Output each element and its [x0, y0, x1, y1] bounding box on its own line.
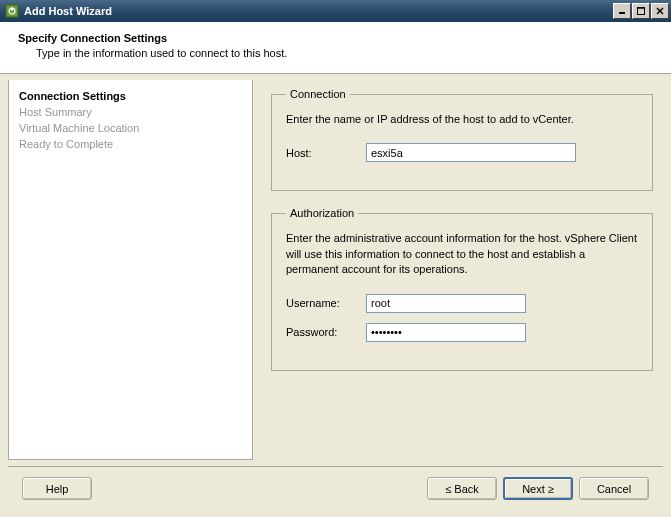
password-label: Password: [286, 326, 366, 338]
host-label: Host: [286, 147, 366, 159]
next-button[interactable]: Next ≥ [503, 477, 573, 500]
header-panel: Specify Connection Settings Type in the … [0, 22, 671, 74]
connection-legend: Connection [286, 88, 350, 100]
app-icon [4, 3, 20, 19]
host-input[interactable] [366, 143, 576, 162]
authorization-legend: Authorization [286, 207, 358, 219]
connection-instruction: Enter the name or IP address of the host… [286, 112, 638, 127]
window-title: Add Host Wizard [24, 5, 612, 17]
step-host-summary: Host Summary [19, 104, 242, 120]
step-connection-settings[interactable]: Connection Settings [19, 88, 242, 104]
step-ready-complete: Ready to Complete [19, 136, 242, 152]
wizard-body: Connection Settings Host Summary Virtual… [0, 74, 671, 466]
back-button[interactable]: ≤ Back [427, 477, 497, 500]
page-title: Specify Connection Settings [18, 32, 653, 44]
page-subtitle: Type in the information used to connect … [18, 47, 653, 59]
step-vm-location: Virtual Machine Location [19, 120, 242, 136]
close-button[interactable] [651, 3, 669, 19]
cancel-button[interactable]: Cancel [579, 477, 649, 500]
connection-group: Connection Enter the name or IP address … [271, 88, 653, 191]
username-label: Username: [286, 297, 366, 309]
password-input[interactable] [366, 323, 526, 342]
wizard-steps-sidebar: Connection Settings Host Summary Virtual… [8, 80, 253, 460]
minimize-button[interactable] [613, 3, 631, 19]
maximize-button[interactable] [632, 3, 650, 19]
wizard-footer: Help ≤ Back Next ≥ Cancel [8, 466, 663, 510]
wizard-main-panel: Connection Enter the name or IP address … [253, 74, 671, 466]
authorization-instruction: Enter the administrative account informa… [286, 231, 638, 277]
authorization-group: Authorization Enter the administrative a… [271, 207, 653, 370]
window-controls [612, 3, 669, 19]
titlebar[interactable]: Add Host Wizard [0, 0, 671, 22]
help-button[interactable]: Help [22, 477, 92, 500]
username-input[interactable] [366, 294, 526, 313]
